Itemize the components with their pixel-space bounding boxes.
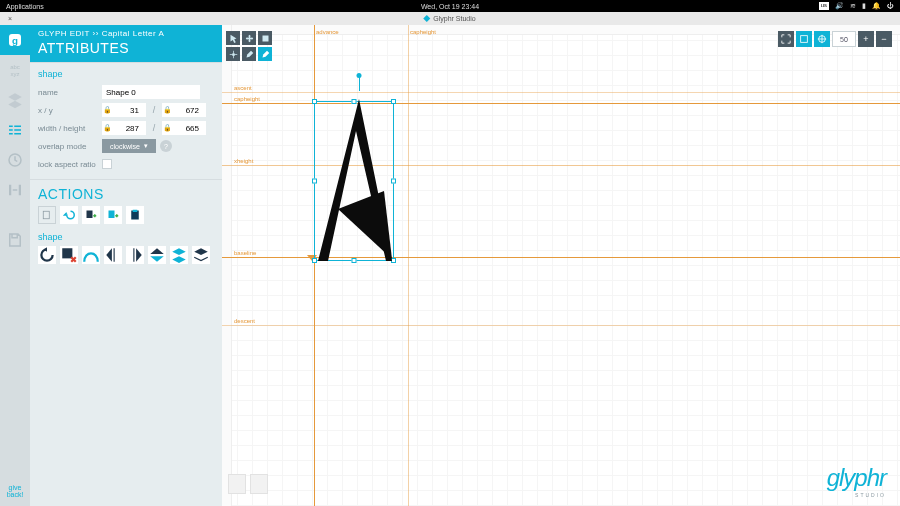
copy-button[interactable] [38,206,56,224]
power-icon[interactable]: ⏻ [887,2,894,10]
ruler-vertical [222,25,232,506]
guide-capheight-label: capheight [234,96,260,102]
height-input[interactable] [172,121,202,135]
tool-path-edit[interactable] [258,47,272,61]
wifi-icon[interactable]: ≋ [850,2,856,10]
window-titlebar: × Glyphr Studio [0,12,900,25]
view-fit-button[interactable] [778,31,794,47]
svg-rect-10 [62,248,72,258]
thumb-next[interactable] [250,474,268,494]
xy-label: x / y [38,106,98,115]
panel-header: GLYPH EDIT ›› Capital Letter A ATTRIBUTE… [30,25,222,62]
breadcrumb: GLYPH EDIT ›› Capital Letter A [38,29,214,38]
rotate-line [359,76,360,91]
glyph-g-icon: g [6,31,24,49]
rail-layers[interactable] [0,85,30,115]
layers-tool-button[interactable] [170,246,188,264]
app-diamond-icon [423,15,430,22]
lock-h-icon[interactable]: 🔒 [162,124,172,132]
rail-history[interactable] [0,145,30,175]
glyph-canvas[interactable]: ascent capheight xheight baseline descen… [222,25,900,506]
guide-advance[interactable] [408,25,409,506]
window-close-button[interactable]: × [0,15,12,22]
glyph-shape[interactable] [314,91,404,271]
width-input-wrap: 🔒 [102,121,146,135]
add-shape-button[interactable] [104,206,122,224]
actions-row-1 [38,206,214,224]
view-center-button[interactable] [814,31,830,47]
rail-kerning[interactable] [0,175,30,205]
zoom-out-button[interactable]: − [876,31,892,47]
guide-baseline-label: baseline [234,250,256,256]
volume-icon[interactable]: 🔊 [835,2,844,10]
breadcrumb-current[interactable]: Capital Letter A [102,29,165,38]
keyboard-indicator[interactable]: us [819,2,829,10]
lock-y-icon[interactable]: 🔒 [162,106,172,114]
thumb-prev[interactable] [228,474,246,494]
delete-shape-button[interactable] [60,246,78,264]
y-input-wrap: 🔒 [162,103,206,117]
tool-pan[interactable] [242,31,256,45]
rotate-handle[interactable] [357,73,362,78]
paste-plus-button[interactable] [82,206,100,224]
undo-button[interactable] [60,206,78,224]
wh-label: width / height [38,124,98,133]
overlap-label: overlap mode [38,142,98,151]
x-input[interactable] [112,103,142,117]
flip-v-left-button[interactable] [104,246,122,264]
rail-save[interactable] [0,225,30,255]
name-label: name [38,88,98,97]
flip-h-button[interactable] [148,246,166,264]
rail-glyph-edit[interactable]: g [0,25,30,55]
width-input[interactable] [112,121,142,135]
system-tray: us 🔊 ≋ ▮ 🔔 ⏻ [819,2,894,10]
height-input-wrap: 🔒 [162,121,206,135]
lock-x-icon[interactable]: 🔒 [102,106,112,114]
tool-pointer[interactable] [226,31,240,45]
lock-aspect-checkbox[interactable] [102,159,112,169]
battery-icon[interactable]: ▮ [862,2,866,10]
flip-v-right-button[interactable] [126,246,144,264]
logo-sub: STUDIO [827,492,886,498]
shape-section: shape name x / y 🔒 / 🔒 width / height 🔒 … [30,62,222,179]
applications-menu[interactable]: Applications [0,3,44,10]
list-icon [6,121,24,139]
panel-title: ATTRIBUTES [38,40,214,56]
give-back-link[interactable]: give back! [7,484,24,498]
glyphr-logo: glyphr STUDIO [827,464,886,498]
tool-new-rect[interactable] [258,31,272,45]
canvas-tool-group [226,31,286,61]
guide-ascent-label: ascent [234,85,252,91]
lock-w-icon[interactable]: 🔒 [102,124,112,132]
navigation-rail: g abcxyz give back! [0,25,30,506]
y-input[interactable] [172,103,202,117]
xy-slash: / [150,105,158,115]
guide-descent[interactable] [222,325,900,326]
view-zoomfit-button[interactable] [796,31,812,47]
overlap-help-icon[interactable]: ? [160,140,172,152]
paste-clipboard-button[interactable] [126,206,144,224]
breadcrumb-sep: ›› [93,29,99,38]
rail-character-set[interactable]: abcxyz [0,55,30,85]
actions-row-2 [38,246,214,264]
curve-button[interactable] [82,246,100,264]
tool-add-point[interactable] [226,47,240,61]
rail-guides[interactable] [0,115,30,145]
clock: Wed, Oct 19 23:44 [421,3,479,10]
zoom-in-button[interactable]: + [858,31,874,47]
overlap-mode-button[interactable]: clockwise▾ [102,139,156,153]
actions-section: ACTIONS shape [30,179,222,270]
svg-rect-11 [262,35,268,41]
guide-descent-label: descent [234,318,255,324]
notifications-icon[interactable]: 🔔 [872,2,881,10]
layer-down-button[interactable] [192,246,210,264]
zoom-value[interactable]: 50 [832,31,856,47]
shape-actions-heading: shape [38,232,214,242]
shape-heading: shape [38,69,214,79]
tool-pen[interactable] [242,47,256,61]
breadcrumb-root[interactable]: GLYPH EDIT [38,29,90,38]
layers-icon [6,91,24,109]
x-input-wrap: 🔒 [102,103,146,117]
shape-name-input[interactable] [102,85,200,99]
rotate-ccw-button[interactable] [38,246,56,264]
